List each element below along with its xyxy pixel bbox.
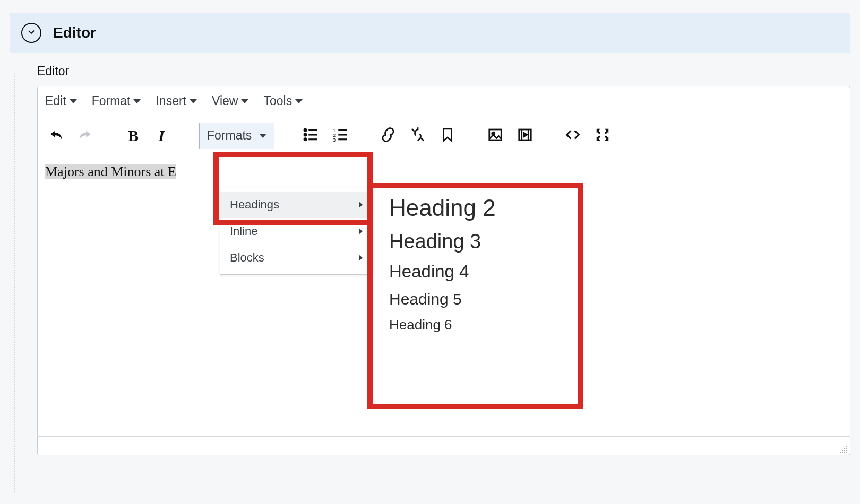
- redo-button[interactable]: [71, 121, 100, 151]
- svg-point-4: [304, 138, 306, 140]
- content-text: Majors and Minors at E: [45, 164, 176, 179]
- menu-insert-label: Insert: [156, 94, 186, 108]
- menu-item-label: Inline: [230, 224, 258, 238]
- chevron-right-icon: [359, 228, 363, 234]
- caret-down-icon: [70, 99, 77, 103]
- section-title: Editor: [53, 24, 96, 41]
- section-header: Editor: [10, 13, 850, 53]
- media-icon: [517, 127, 533, 145]
- heading-2-option[interactable]: Heading 2: [377, 190, 573, 226]
- menu-view-label: View: [212, 94, 238, 108]
- heading-3-option[interactable]: Heading 3: [377, 226, 573, 258]
- bookmark-icon: [440, 127, 455, 145]
- fullscreen-icon: [595, 127, 610, 145]
- formats-dropdown-button[interactable]: Formats: [199, 123, 274, 149]
- svg-point-28: [844, 452, 845, 453]
- formats-menu: Headings Inline Blocks: [220, 188, 373, 275]
- insert-link-button[interactable]: [373, 121, 403, 151]
- menu-format-label: Format: [92, 94, 131, 108]
- collapse-toggle[interactable]: [21, 23, 41, 43]
- bullet-list-button[interactable]: [296, 121, 325, 151]
- menu-view[interactable]: View: [212, 94, 248, 108]
- undo-button[interactable]: [41, 121, 71, 151]
- menu-insert[interactable]: Insert: [156, 94, 197, 108]
- dotted-gutter: [14, 74, 15, 493]
- formats-menu-headings[interactable]: Headings: [220, 192, 372, 218]
- svg-text:3: 3: [333, 137, 336, 142]
- chevron-right-icon: [359, 202, 363, 208]
- formats-label: Formats: [207, 128, 252, 143]
- svg-point-22: [846, 448, 847, 449]
- svg-point-26: [840, 452, 841, 453]
- caret-down-icon: [133, 99, 141, 103]
- insert-image-button[interactable]: [480, 121, 510, 151]
- svg-line-13: [422, 138, 424, 141]
- formats-menu-blocks[interactable]: Blocks: [220, 245, 372, 271]
- menu-tools[interactable]: Tools: [263, 94, 303, 108]
- toolbar: B I Formats: [38, 116, 850, 155]
- fullscreen-button[interactable]: [588, 121, 617, 151]
- anchor-button[interactable]: [433, 121, 462, 151]
- svg-line-12: [412, 128, 415, 131]
- heading-5-option[interactable]: Heading 5: [377, 286, 573, 313]
- headings-submenu: Heading 2 Heading 3 Heading 4 Heading 5 …: [377, 188, 573, 342]
- menu-edit[interactable]: Edit: [45, 94, 77, 108]
- resize-grip-icon[interactable]: [839, 445, 848, 454]
- heading-6-option[interactable]: Heading 6: [377, 313, 573, 337]
- menubar: Edit Format Insert View Tools: [38, 86, 850, 116]
- status-bar: [38, 437, 850, 455]
- numbered-list-icon: 123: [332, 127, 348, 145]
- svg-rect-15: [489, 129, 502, 140]
- remove-link-button[interactable]: [403, 121, 433, 151]
- bullet-list-icon: [303, 127, 319, 145]
- caret-down-icon: [295, 99, 303, 103]
- chevron-down-icon: [27, 27, 36, 39]
- svg-point-2: [304, 134, 306, 136]
- menu-format[interactable]: Format: [92, 94, 141, 108]
- unlink-icon: [410, 127, 426, 145]
- chevron-right-icon: [359, 255, 363, 261]
- svg-point-29: [846, 452, 847, 453]
- redo-icon: [78, 127, 93, 145]
- insert-media-button[interactable]: [510, 121, 540, 151]
- svg-point-0: [304, 129, 306, 131]
- svg-point-24: [844, 450, 845, 451]
- menu-item-label: Blocks: [230, 251, 264, 265]
- bold-button[interactable]: B: [118, 121, 148, 151]
- heading-4-option[interactable]: Heading 4: [377, 257, 573, 286]
- numbered-list-button[interactable]: 123: [325, 121, 355, 151]
- menu-item-label: Headings: [230, 198, 279, 212]
- svg-point-21: [844, 448, 845, 449]
- editor-label: Editor: [37, 64, 850, 79]
- menu-edit-label: Edit: [45, 94, 66, 108]
- image-icon: [487, 127, 503, 145]
- svg-point-23: [842, 450, 843, 451]
- source-code-button[interactable]: [558, 121, 588, 151]
- svg-point-25: [846, 450, 847, 451]
- caret-down-icon: [190, 99, 197, 103]
- undo-icon: [48, 127, 64, 145]
- caret-down-icon: [241, 99, 248, 103]
- caret-down-icon: [259, 134, 266, 138]
- link-icon: [380, 127, 396, 145]
- svg-point-27: [842, 452, 843, 453]
- menu-tools-label: Tools: [263, 94, 292, 108]
- formats-menu-inline[interactable]: Inline: [220, 218, 372, 245]
- svg-point-20: [846, 446, 847, 447]
- italic-button[interactable]: I: [148, 121, 178, 151]
- code-icon: [565, 127, 581, 145]
